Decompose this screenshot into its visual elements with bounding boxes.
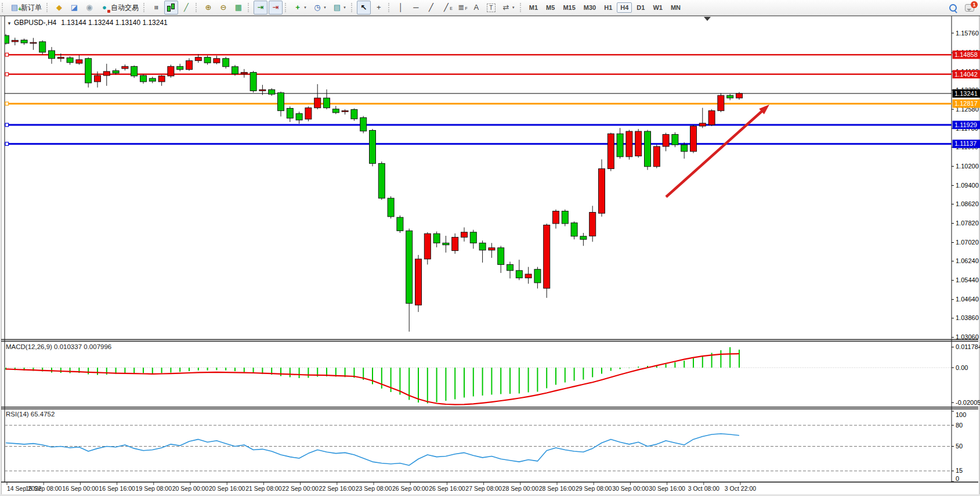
- time-axis-label[interactable]: 20 Sep 16:00: [209, 485, 245, 492]
- tile-windows-button[interactable]: ▦: [232, 1, 245, 15]
- sound-icon: ◉: [85, 3, 94, 12]
- level-line-handle[interactable]: [5, 142, 9, 146]
- templates-button[interactable]: ▤▼: [330, 1, 349, 15]
- candle: [645, 131, 651, 167]
- time-axis-label[interactable]: 3 Oct 08:00: [688, 485, 719, 492]
- time-axis-label[interactable]: 16 Sep 16:00: [99, 485, 135, 492]
- time-axis-label[interactable]: 29 Sep 08:00: [576, 485, 612, 492]
- crosshair-button[interactable]: +: [372, 1, 386, 15]
- price-axis-tick-label: 1.03060: [956, 333, 979, 340]
- chevron-down-icon[interactable]: ▼: [512, 6, 515, 9]
- price-line-label-text: 1.12817: [954, 100, 978, 107]
- timeframe-m1[interactable]: M1: [526, 2, 541, 13]
- timeframe-m15[interactable]: M15: [559, 2, 578, 13]
- auto-scroll-button[interactable]: ⇥: [254, 1, 267, 15]
- chart-shift-marker-icon[interactable]: [704, 17, 711, 21]
- candle: [360, 118, 367, 131]
- candle: [259, 89, 266, 91]
- level-line-handle[interactable]: [5, 73, 9, 76]
- time-axis-label[interactable]: 3 Oct 22:00: [725, 485, 756, 492]
- time-axis-label[interactable]: 26 Sep 16:00: [429, 485, 465, 492]
- search-icon[interactable]: [949, 4, 957, 12]
- candle: [534, 269, 541, 283]
- text-button[interactable]: A: [469, 1, 483, 15]
- time-axis-label[interactable]: 19 Sep 08:00: [136, 485, 172, 492]
- rsi-indicator-value: 65.4752: [31, 411, 55, 418]
- level-line-handle[interactable]: [5, 53, 9, 56]
- autotrading-button[interactable]: ●自动交易: [97, 1, 141, 15]
- candle: [12, 40, 18, 41]
- time-axis-label[interactable]: 30 Sep 00:00: [612, 485, 649, 492]
- profile-button[interactable]: ◪: [67, 1, 81, 15]
- chart-shift-button[interactable]: ⇥: [269, 1, 283, 15]
- collapse-chart-icon[interactable]: ▼: [7, 21, 12, 26]
- timeframe-h4[interactable]: H4: [617, 2, 632, 13]
- candle: [204, 57, 211, 63]
- horizontal-line-button[interactable]: ─: [409, 1, 423, 15]
- candlestick-chart-button[interactable]: [164, 1, 178, 15]
- candle: [607, 134, 614, 168]
- time-axis-label[interactable]: 28 Sep 00:00: [502, 485, 539, 492]
- indicators-button[interactable]: +▼: [291, 1, 309, 15]
- candle: [415, 259, 422, 305]
- chevron-down-icon[interactable]: ▼: [303, 6, 307, 9]
- chevron-down-icon[interactable]: ▼: [323, 6, 327, 9]
- chart-shift-icon: ⇥: [271, 3, 280, 12]
- shapes-button[interactable]: ⇄▼: [499, 1, 518, 15]
- text-label-button[interactable]: T: [484, 1, 498, 15]
- timeframe-m30[interactable]: M30: [580, 2, 599, 13]
- chat-icon[interactable]: 1: [965, 4, 974, 12]
- fibonacci-button[interactable]: ≣F: [454, 1, 468, 15]
- cursor-button[interactable]: ↖: [357, 1, 371, 15]
- candle: [95, 76, 101, 82]
- candle: [113, 71, 119, 73]
- candle: [85, 59, 92, 83]
- time-axis-label[interactable]: 26 Sep 00:00: [392, 485, 429, 492]
- candle: [479, 243, 486, 250]
- time-axis-label[interactable]: 16 Sep 00:00: [62, 485, 99, 492]
- candle: [57, 57, 64, 59]
- timeframe-w1[interactable]: W1: [649, 2, 666, 13]
- sound-button[interactable]: ◉: [82, 1, 96, 15]
- styler-button[interactable]: ◆: [52, 1, 66, 15]
- trendline-button[interactable]: ╱: [424, 1, 438, 15]
- time-axis-label[interactable]: 22 Sep 00:00: [282, 485, 319, 492]
- vertical-line-button[interactable]: │: [394, 1, 408, 15]
- rsi-axis-tick-label: 100: [956, 411, 966, 418]
- macd-indicator-values: 0.010337 0.007996: [54, 343, 111, 350]
- new-order-button[interactable]: ▤+新订单: [8, 1, 44, 15]
- time-axis-label[interactable]: 20 Sep 00:00: [172, 485, 209, 492]
- candle: [342, 111, 348, 112]
- level-line-handle[interactable]: [5, 102, 9, 106]
- price-line-label-text: 1.14042: [954, 71, 978, 78]
- level-line-handle[interactable]: [5, 123, 9, 127]
- equidistant-channel-button[interactable]: ╱E: [439, 1, 453, 15]
- time-axis-label[interactable]: 21 Sep 08:00: [245, 485, 282, 492]
- price-axis-tick-label: 1.05440: [956, 276, 979, 283]
- time-axis-label[interactable]: 30 Sep 16:00: [649, 485, 685, 492]
- time-axis-label[interactable]: 28 Sep 16:00: [539, 485, 576, 492]
- time-axis-label[interactable]: 15 Sep 08:00: [26, 485, 62, 492]
- candle: [672, 134, 678, 145]
- candle: [690, 126, 697, 152]
- time-axis-label[interactable]: 23 Sep 08:00: [356, 485, 392, 492]
- rsi-pane-header: RSI(14) 65.4752: [6, 411, 55, 418]
- toolbar-grip: [196, 3, 198, 12]
- bars-chart-button[interactable]: ≡: [149, 1, 163, 15]
- line-chart-button[interactable]: ╱: [179, 1, 193, 15]
- timeframe-m5[interactable]: M5: [543, 2, 558, 13]
- periods-button[interactable]: ◷▼: [310, 1, 329, 15]
- chart-canvas[interactable]: 1.157601.149401.141601.133801.125801.117…: [0, 0, 980, 496]
- timeframe-h1[interactable]: H1: [601, 2, 616, 13]
- candle: [424, 233, 431, 259]
- timeframe-mn[interactable]: MN: [667, 2, 684, 13]
- cursor-icon: ↖: [359, 3, 368, 12]
- zoom-in-button[interactable]: ⊕: [201, 1, 215, 15]
- chevron-down-icon[interactable]: ▼: [343, 6, 346, 9]
- time-axis-label[interactable]: 22 Sep 16:00: [319, 485, 356, 492]
- candle: [461, 232, 468, 238]
- candle: [278, 93, 284, 111]
- zoom-out-button[interactable]: ⊖: [216, 1, 230, 15]
- timeframe-d1[interactable]: D1: [633, 2, 648, 13]
- time-axis-label[interactable]: 27 Sep 08:00: [465, 485, 502, 492]
